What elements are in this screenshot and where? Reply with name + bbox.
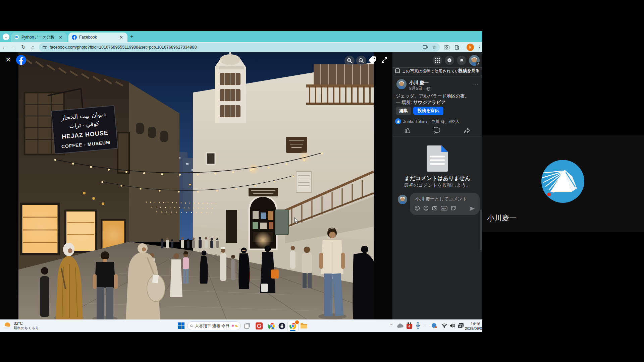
zoom-out-button[interactable] xyxy=(356,56,366,66)
avatar-sticker-icon[interactable] xyxy=(415,205,420,211)
taskbar-chrome-profile2[interactable] xyxy=(268,322,275,330)
tab-search-button[interactable]: ⌄ xyxy=(3,34,9,40)
gif-icon[interactable]: GIF xyxy=(441,205,447,211)
padlock-icon xyxy=(278,322,285,329)
photo-viewer: ديوان بيت الحجاز كوفي - تراث HEJAZ HOUSE… xyxy=(0,52,392,319)
banner-divider xyxy=(392,76,482,76)
back-icon[interactable]: ← xyxy=(0,44,9,50)
task-view-icon xyxy=(244,323,250,329)
notifications-button[interactable] xyxy=(457,56,466,65)
actions-divider xyxy=(392,136,482,136)
screen: ⌄ Pythonデータ分析ゼミ本科生 ポー ✕ Facebook ✕ + ← →… xyxy=(0,0,644,362)
tray-expand-chevron[interactable]: ⌃ xyxy=(390,323,393,328)
url-text: facebook.com/photo?fbid=1016768955511998… xyxy=(50,45,197,50)
home-icon[interactable]: ⌂ xyxy=(28,44,38,50)
comment-input[interactable]: 小川 慶一としてコメント GIF xyxy=(410,193,480,215)
facebook-favicon-icon xyxy=(72,35,77,40)
post-author-avatar[interactable] xyxy=(396,79,407,89)
send-comment-icon[interactable] xyxy=(469,206,475,211)
new-tab-button[interactable]: + xyxy=(130,33,133,40)
microphone-icon[interactable] xyxy=(416,322,420,329)
view-post-link[interactable]: 投稿を見る xyxy=(459,68,480,74)
menu-kebab-icon[interactable]: ⋮ xyxy=(477,45,482,50)
site-settings-icon[interactable] xyxy=(42,45,47,50)
weather-temp: 32°C xyxy=(14,321,39,326)
sticker-icon[interactable] xyxy=(451,205,456,211)
apps-menu-button[interactable] xyxy=(433,56,442,65)
tab-python-seminar[interactable]: Pythonデータ分析ゼミ本科生 ポー ✕ xyxy=(11,33,67,42)
zoom-in-button[interactable] xyxy=(344,56,355,66)
taskbar-app-red[interactable] xyxy=(256,322,263,329)
forward-icon[interactable]: → xyxy=(9,44,19,50)
ime-icon[interactable] xyxy=(458,323,464,328)
like-badge-icon xyxy=(395,118,401,124)
fullscreen-icon[interactable] xyxy=(381,56,388,64)
taskbar-clock[interactable]: 14:16 2025/09/09 xyxy=(465,321,480,331)
panel-scrollbar[interactable] xyxy=(480,210,482,250)
onedrive-cloud-icon[interactable] xyxy=(397,323,404,328)
camera-icon[interactable] xyxy=(444,45,449,50)
photo-image[interactable]: ديوان بيت الحجاز كوفي - تراث HEJAZ HOUSE… xyxy=(18,52,374,319)
post-meta: 8月5日 · xyxy=(409,86,430,92)
tray-blue-app-icon[interactable] xyxy=(431,323,437,329)
taskbar: 32°C 晴れのちくもり 大谷翔平 速報 今日 xyxy=(0,319,482,332)
composer-icons: GIF xyxy=(415,205,456,211)
no-comments-subtitle: 最初のコメントを投稿しよう。 xyxy=(392,182,482,188)
edit-label: 編集 xyxy=(399,108,408,114)
address-bar[interactable]: facebook.com/photo?fbid=1016768955511998… xyxy=(39,43,440,52)
gif-label: GIF xyxy=(442,207,446,210)
like-action-button[interactable] xyxy=(404,127,411,134)
tab-close-icon[interactable]: ✕ xyxy=(58,35,63,40)
browser-window: ⌄ Pythonデータ分析ゼミ本科生 ポー ✕ Facebook ✕ + ← →… xyxy=(0,31,482,319)
wifi-icon[interactable] xyxy=(441,323,447,328)
profile-menu-button[interactable] xyxy=(469,55,480,66)
tray-x-icon[interactable]: ✕ xyxy=(423,323,427,328)
attach-photo-icon[interactable] xyxy=(432,205,437,211)
tab-facebook[interactable]: Facebook ✕ xyxy=(68,33,127,42)
likes-text[interactable]: Junko Tohira、早川 縁、他2人 xyxy=(403,119,460,125)
search-icon xyxy=(190,324,193,328)
weather-widget[interactable]: 32°C 晴れのちくもり xyxy=(3,321,39,330)
tray-update-badge[interactable]: 4 xyxy=(407,322,413,329)
browser-profile-avatar[interactable]: k xyxy=(467,44,474,51)
clock-date: 2025/09/09 xyxy=(465,326,480,331)
post-page-icon xyxy=(395,68,400,73)
participant-tile[interactable]: 小川慶一 xyxy=(482,135,644,232)
folder-icon xyxy=(300,322,308,329)
tab-strip: ⌄ Pythonデータ分析ゼミ本科生 ポー ✕ Facebook ✕ + xyxy=(0,31,482,42)
chevron-down-icon: ⌄ xyxy=(4,35,7,39)
post-menu-kebab[interactable]: … xyxy=(473,80,479,86)
taskbar-search-box[interactable]: 大谷翔平 速報 今日 xyxy=(187,321,241,330)
task-view-button[interactable] xyxy=(244,323,250,329)
start-button[interactable] xyxy=(178,322,184,329)
boost-post-button[interactable]: 投稿を宣伝 xyxy=(413,107,443,115)
close-photo-icon[interactable]: ✕ xyxy=(5,56,11,64)
location-name[interactable]: サウジアラビア xyxy=(413,100,446,105)
windows-logo-icon xyxy=(178,322,184,329)
post-date[interactable]: 8月5日 xyxy=(409,86,422,92)
bell-icon xyxy=(459,58,464,63)
share-action-button[interactable] xyxy=(464,127,471,134)
facebook-logo[interactable] xyxy=(16,55,26,65)
reload-icon[interactable]: ↻ xyxy=(19,44,28,50)
clock-time: 14:16 xyxy=(465,321,480,326)
no-comments-title: まだコメントはありません xyxy=(392,175,482,182)
tag-icon[interactable] xyxy=(368,56,377,65)
extensions-puzzle-icon[interactable] xyxy=(454,45,460,50)
composer-avatar[interactable] xyxy=(398,195,407,204)
taskbar-lock-app[interactable] xyxy=(278,322,285,329)
emoji-icon[interactable] xyxy=(423,205,429,211)
file-explorer-button[interactable] xyxy=(300,322,308,329)
comment-action-button[interactable] xyxy=(434,127,441,134)
notification-badge xyxy=(295,320,299,324)
post-author-name[interactable]: 小川 慶一 xyxy=(409,80,429,86)
tab-close-icon[interactable]: ✕ xyxy=(118,35,124,40)
like-outline-icon xyxy=(404,127,411,134)
speaker-icon[interactable] xyxy=(450,323,455,328)
install-app-icon[interactable] xyxy=(423,45,428,50)
edit-button[interactable]: 編集 xyxy=(396,107,411,115)
browser-toolbar: ← → ↻ ⌂ facebook.com/photo?fbid=10167689… xyxy=(0,42,482,52)
zoom-out-icon xyxy=(359,58,364,63)
bookmark-star-icon[interactable]: ☆ xyxy=(432,44,436,50)
messenger-button[interactable] xyxy=(445,56,454,65)
